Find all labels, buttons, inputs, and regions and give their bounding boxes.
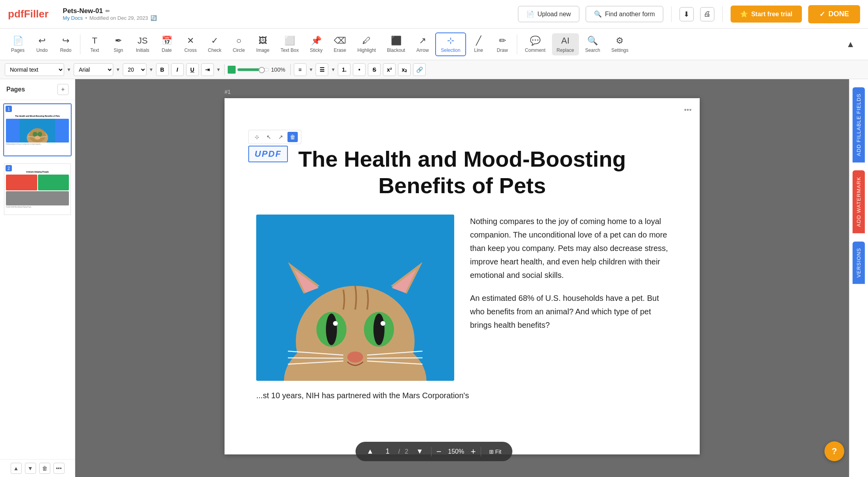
replace-tool[interactable]: AI Replace <box>552 33 579 55</box>
date-tool[interactable]: 📅 Date <box>156 33 178 55</box>
circle-tool[interactable]: ○ Circle <box>228 33 250 55</box>
refresh-icon[interactable]: 🔄 <box>150 15 157 21</box>
page-2-thumbnail[interactable]: 2 Animals Helping People Possible Health… <box>3 163 72 216</box>
format-bar: Normal text ▼ Arial ▼ 20 ▼ B I U ⇥ ▼ 100… <box>0 60 868 79</box>
delete-page-button[interactable]: 🗑 <box>39 463 50 474</box>
prev-page-button[interactable]: ▲ <box>11 463 22 474</box>
opacity-percent: 100% <box>271 67 287 73</box>
undo-tool[interactable]: ↩ Undo <box>31 33 53 55</box>
color-slider-wrapper <box>228 66 269 74</box>
subscript-button[interactable]: x₂ <box>398 63 411 76</box>
comment-tool[interactable]: 💬 Comment <box>520 33 550 55</box>
pages-tool[interactable]: 📄 Pages <box>6 33 29 55</box>
superscript-button[interactable]: x² <box>383 63 396 76</box>
text-icon: T <box>92 36 97 46</box>
print-button[interactable]: 🖨 <box>700 7 714 21</box>
add-fillable-fields-tab[interactable]: ADD FILLABLE FIELDS <box>853 87 865 162</box>
draw-tool[interactable]: ✏ Draw <box>491 33 514 55</box>
page-number-input[interactable] <box>382 447 394 456</box>
format-divider-1 <box>224 64 225 75</box>
arrow-tool[interactable]: ↗ Arrow <box>411 33 434 55</box>
my-docs-link[interactable]: My Docs <box>63 15 83 21</box>
help-button[interactable]: ? <box>824 441 844 461</box>
align-button[interactable]: ≡ <box>294 63 306 76</box>
more-options-button[interactable]: ••• <box>53 463 65 474</box>
bold-button[interactable]: B <box>156 63 169 76</box>
stamp-box[interactable]: UPDF <box>248 146 288 162</box>
undo-icon: ↩ <box>38 36 46 46</box>
stamp-resize-tl-icon[interactable]: ↖ <box>264 132 274 142</box>
page-1-thumbnail[interactable]: 1 The Health and Mood-Boosting Benefits … <box>3 103 72 156</box>
color-swatch[interactable] <box>228 66 236 74</box>
italic-button[interactable]: I <box>171 63 184 76</box>
font-select[interactable]: Arial <box>74 63 113 76</box>
page-2-badge: 2 <box>6 165 12 171</box>
versions-tab[interactable]: VERSIONS <box>853 241 865 284</box>
stamp-move-icon[interactable]: ⊹ <box>252 132 262 142</box>
erase-tool[interactable]: ⌫ Erase <box>329 33 351 55</box>
textbox-tool[interactable]: ⬜ Text Box <box>276 33 303 55</box>
redo-icon: ↪ <box>62 36 69 46</box>
doc-canvas[interactable]: #1 + ••• ⊹ ↖ ↗ 🗑 UPDF <box>75 79 849 477</box>
done-button[interactable]: ✓ DONE <box>808 5 860 23</box>
selection-tool[interactable]: ⊹ Selection <box>435 32 466 56</box>
thumb-2-images <box>6 175 69 190</box>
text-style-select[interactable]: Normal text <box>5 63 64 76</box>
redo-tool[interactable]: ↪ Redo <box>55 33 77 55</box>
edit-title-icon[interactable]: ✏ <box>105 8 110 14</box>
initials-icon: JS <box>137 36 148 46</box>
initials-tool[interactable]: JS Initials <box>131 33 154 55</box>
modified-date: Modified on Dec 29, 2023 <box>89 15 148 21</box>
settings-label: Settings <box>611 48 628 53</box>
zoom-in-button[interactable]: + <box>471 447 476 457</box>
upload-new-button[interactable]: 📄 Upload new <box>518 6 579 22</box>
strikethrough-button[interactable]: S <box>368 63 381 76</box>
collapse-toolbar-button[interactable]: ▲ <box>839 37 862 52</box>
underline-button[interactable]: U <box>186 63 199 76</box>
image-tool[interactable]: 🖼 Image <box>251 33 274 55</box>
unordered-list-button[interactable]: • <box>353 63 365 76</box>
add-watermark-tab[interactable]: ADD WATERMARK <box>853 170 865 233</box>
upload-icon: 📄 <box>526 10 534 18</box>
add-page-button[interactable]: + <box>57 84 69 95</box>
doc-modified: • <box>85 15 87 21</box>
doc-main-title: The Health and Mood-Boosting Benefits of… <box>256 146 668 199</box>
opacity-slider[interactable] <box>237 68 269 71</box>
stamp-resize-tr-icon[interactable]: ↗ <box>276 132 286 142</box>
line-tool[interactable]: ╱ Line <box>468 33 490 55</box>
check-tool[interactable]: ✓ Check <box>203 33 226 55</box>
highlight-tool[interactable]: 🖊 Highlight <box>352 33 381 55</box>
download-button[interactable]: ⬇ <box>680 7 694 21</box>
prev-page-nav-button[interactable]: ▲ <box>364 446 377 457</box>
zoom-out-button[interactable]: − <box>436 447 442 457</box>
format-dropdown-arrow-2: ▼ <box>116 67 120 72</box>
find-form-icon: 🔍 <box>594 10 602 18</box>
blackout-icon: ⬛ <box>391 36 402 46</box>
settings-tool[interactable]: ⚙ Settings <box>607 33 633 55</box>
print-icon: 🖨 <box>704 10 711 18</box>
text-tool[interactable]: T Text <box>84 33 106 55</box>
page-more-options[interactable]: ••• <box>682 105 693 116</box>
indent-button[interactable]: ⇥ <box>201 63 214 76</box>
next-page-nav-button[interactable]: ▼ <box>413 446 426 457</box>
start-free-trial-button[interactable]: ⭐ Start free trial <box>731 6 802 23</box>
settings-icon: ⚙ <box>616 36 624 46</box>
search-tool[interactable]: 🔍 Search <box>581 33 605 55</box>
link-button[interactable]: 🔗 <box>413 63 426 76</box>
ordered-list-button[interactable]: 1. <box>338 63 350 76</box>
sign-tool[interactable]: ✒ Sign <box>107 33 129 55</box>
svg-point-5 <box>34 136 40 139</box>
fit-button[interactable]: ⊞ Fit <box>486 447 505 456</box>
find-another-form-button[interactable]: 🔍 Find another form <box>586 6 663 22</box>
indent-para-button[interactable]: ☰ <box>316 63 328 76</box>
stamp-delete-button[interactable]: 🗑 <box>287 132 298 142</box>
blackout-tool[interactable]: ⬛ Blackout <box>382 33 410 55</box>
thumb-1-cat-img <box>6 119 69 143</box>
sticky-tool[interactable]: 📌 Sticky <box>305 33 327 55</box>
font-size-select[interactable]: 20 <box>123 63 147 76</box>
next-page-button[interactable]: ▼ <box>25 463 36 474</box>
opacity-slider-thumb[interactable] <box>259 67 265 73</box>
page-label: #1 <box>225 89 700 95</box>
cross-tool[interactable]: ✕ Cross <box>179 33 202 55</box>
toolbar-divider-2 <box>517 34 517 54</box>
